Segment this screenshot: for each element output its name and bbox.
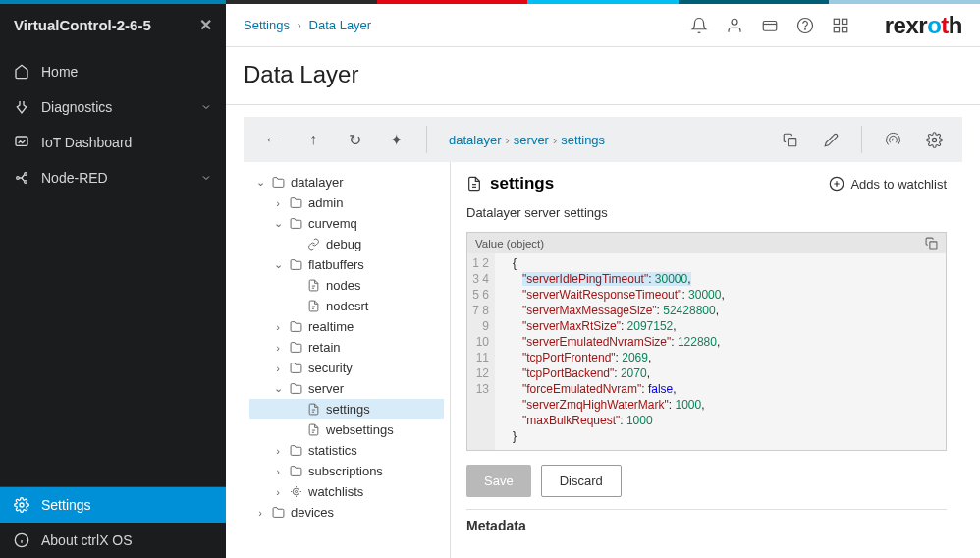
breadcrumb-1[interactable]: Data Layer <box>309 18 372 32</box>
tree-node-watchlists[interactable]: ›watchlists <box>249 481 444 502</box>
save-button[interactable]: Save <box>466 465 531 497</box>
chevron-icon[interactable]: › <box>271 321 285 333</box>
chevron-icon[interactable]: › <box>271 342 285 354</box>
file-icon <box>306 300 320 313</box>
chevron-icon[interactable]: ⌄ <box>271 217 285 230</box>
back-icon[interactable]: ← <box>255 123 289 156</box>
tree-node-nodesrt[interactable]: nodesrt <box>249 296 444 316</box>
folder-icon <box>289 465 302 478</box>
copy-icon[interactable] <box>773 123 806 156</box>
file-icon <box>306 279 320 293</box>
tree-pane[interactable]: ⌄datalayer›admin⌄curvemqdebug⌄flatbuffer… <box>244 162 450 558</box>
chevron-icon[interactable]: ⌄ <box>271 382 285 395</box>
fingerprint-icon[interactable] <box>876 123 909 156</box>
tree-node-statistics[interactable]: ›statistics <box>249 440 444 461</box>
toolbar-path[interactable]: datalayer›server›settings <box>441 133 765 147</box>
folder-icon <box>289 320 302 334</box>
main-area: Settings › Data Layer rexroth Data Layer… <box>226 0 980 558</box>
svg-rect-13 <box>842 19 846 24</box>
add-to-watchlist[interactable]: Adds to watchlist <box>829 176 947 192</box>
folder-icon <box>289 217 302 231</box>
chevron-icon[interactable]: › <box>271 486 285 498</box>
sidebar-about[interactable]: About ctrlX OS <box>0 523 226 558</box>
chevron-icon[interactable]: › <box>271 197 285 209</box>
svg-rect-31 <box>930 242 937 249</box>
file-icon <box>306 403 320 417</box>
tree-node-settings[interactable]: settings <box>249 399 444 419</box>
sidebar-item-home[interactable]: Home <box>0 54 226 89</box>
help-icon[interactable] <box>796 17 814 34</box>
top-bar: Settings › Data Layer rexroth <box>226 4 980 47</box>
wallet-icon[interactable] <box>761 17 779 34</box>
page-title: Data Layer <box>226 47 980 105</box>
tree-node-admin[interactable]: ›admin <box>249 193 444 213</box>
breadcrumb-0[interactable]: Settings <box>244 18 290 32</box>
svg-rect-12 <box>834 19 839 24</box>
sidebar-settings[interactable]: Settings <box>0 487 226 523</box>
chevron-down-icon <box>200 101 212 113</box>
details-pane: settings Adds to watchlist Datalayer ser… <box>450 162 962 558</box>
sidebar-item-diagnostics[interactable]: Diagnostics <box>0 89 226 125</box>
breadcrumb[interactable]: Settings › Data Layer <box>244 18 371 32</box>
chevron-icon[interactable]: › <box>271 466 285 477</box>
tree-node-security[interactable]: ›security <box>249 358 444 378</box>
edit-icon[interactable] <box>814 123 847 156</box>
tree-node-devices[interactable]: ›devices <box>249 502 444 523</box>
bell-icon[interactable] <box>690 17 708 34</box>
home-icon <box>14 64 29 80</box>
file-icon <box>306 423 320 437</box>
tree-node-realtime[interactable]: ›realtime <box>249 316 444 337</box>
brand-logo: rexroth <box>885 12 962 39</box>
svg-rect-14 <box>834 27 839 31</box>
chevron-icon[interactable]: › <box>271 363 285 374</box>
tree-node-root[interactable]: ⌄datalayer <box>249 172 444 193</box>
settings-gear-icon[interactable] <box>917 123 951 156</box>
expand-editor-icon[interactable] <box>925 237 938 250</box>
tree-node-server[interactable]: ⌄server <box>249 378 444 399</box>
chevron-icon[interactable]: › <box>253 507 267 519</box>
svg-point-10 <box>797 18 812 32</box>
tree-node-retain[interactable]: ›retain <box>249 337 444 358</box>
metadata-heading: Metadata <box>466 509 947 533</box>
tree-node-curvemq[interactable]: ⌄curvemq <box>249 213 444 234</box>
svg-point-27 <box>295 490 297 492</box>
sidebar-about-label: About ctrlX OS <box>41 532 133 548</box>
folder-icon <box>289 196 302 210</box>
chevron-down-icon <box>200 172 212 184</box>
up-icon[interactable]: ↑ <box>297 123 330 156</box>
close-icon[interactable]: ✕ <box>199 16 212 34</box>
folder-icon <box>289 444 302 458</box>
sidebar: VirtualControl-2-6-5 ✕ HomeDiagnosticsIo… <box>0 0 226 558</box>
tree-node-debug[interactable]: debug <box>249 234 444 254</box>
nodered-icon <box>14 170 29 186</box>
svg-point-1 <box>17 177 20 180</box>
folder-icon <box>289 362 302 375</box>
chevron-icon[interactable]: › <box>271 445 285 457</box>
sidebar-settings-label: Settings <box>41 497 91 513</box>
svg-point-3 <box>25 181 27 184</box>
apps-icon[interactable] <box>832 17 849 34</box>
sidebar-item-iot-dashboard[interactable]: IoT Dashboard <box>0 125 226 160</box>
node-title: settings <box>466 174 554 194</box>
discard-button[interactable]: Discard <box>541 465 622 497</box>
tree-node-subscriptions[interactable]: ›subscriptions <box>249 461 444 481</box>
svg-point-8 <box>732 19 737 25</box>
tree-node-websettings[interactable]: websettings <box>249 419 444 440</box>
refresh-icon[interactable]: ↻ <box>338 123 371 156</box>
toolbar: ← ↑ ↻ ✦ datalayer›server›settings <box>244 117 962 162</box>
svg-rect-15 <box>842 27 846 31</box>
svg-rect-9 <box>763 21 777 30</box>
sidebar-item-node-red[interactable]: Node-RED <box>0 160 226 195</box>
file-icon <box>466 176 482 192</box>
chevron-icon[interactable]: ⌄ <box>271 258 285 271</box>
svg-rect-0 <box>16 137 27 145</box>
tree-node-nodes[interactable]: nodes <box>249 275 444 296</box>
svg-point-2 <box>25 173 27 176</box>
folder-icon <box>289 341 302 355</box>
svg-rect-16 <box>788 138 795 145</box>
user-icon[interactable] <box>726 17 743 34</box>
tree-node-flatbuffers[interactable]: ⌄flatbuffers <box>249 254 444 275</box>
svg-point-26 <box>293 488 299 495</box>
target-icon[interactable]: ✦ <box>379 123 412 156</box>
json-editor[interactable]: Value (object) 1 2 3 4 5 6 7 8 9 10 11 1… <box>466 232 947 451</box>
